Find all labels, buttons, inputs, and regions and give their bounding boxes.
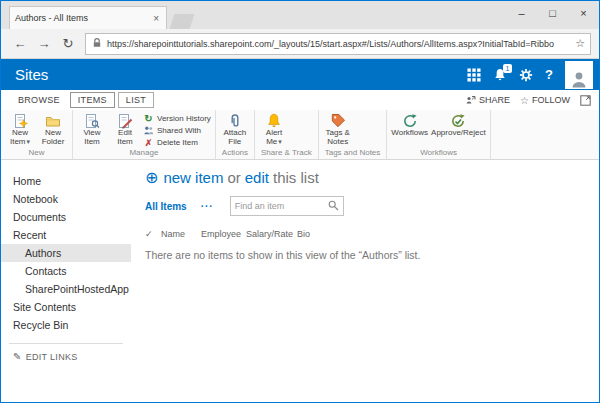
sidebar-item-notebook[interactable]: Notebook (1, 190, 131, 208)
view-item-button[interactable]: View Item (77, 111, 107, 146)
share-icon (465, 94, 476, 107)
group-label-share-track: Share & Track (259, 148, 314, 159)
sidebar-item-documents[interactable]: Documents (1, 208, 131, 226)
share-label: SHARE (479, 95, 510, 105)
minimize-button[interactable]: – (506, 1, 537, 24)
group-label-workflows: Workflows (391, 148, 485, 159)
alert-me-label: Alert Me▾ (259, 129, 289, 146)
search-input[interactable] (235, 201, 328, 211)
version-history-button[interactable]: ↻ Version History (143, 113, 211, 124)
sidebar-item-home[interactable]: Home (1, 172, 131, 190)
attach-file-icon (227, 112, 243, 129)
edit-item-icon (117, 112, 133, 129)
help-icon[interactable]: ? (545, 67, 553, 82)
follow-button[interactable]: ☆ FOLLOW (520, 95, 570, 106)
attach-file-label: Attach File (220, 129, 250, 146)
address-bar[interactable]: https://sharepointtutorials.sharepoint.c… (85, 33, 591, 55)
workflows-button[interactable]: Workflows (391, 111, 428, 138)
sidebar-item-authors[interactable]: Authors (1, 244, 131, 262)
edit-links-button[interactable]: ✎ EDIT LINKS (1, 351, 131, 362)
new-tab-button[interactable] (170, 14, 195, 29)
app-launcher-icon[interactable] (467, 68, 481, 82)
group-label-tags-notes: Tags and Notes (323, 148, 383, 159)
group-label-manage: Manage (77, 148, 211, 159)
refresh-icon[interactable]: ↻ (57, 36, 79, 51)
column-header-name[interactable]: Name (161, 229, 201, 239)
titlebar: Authors - All Items × – □ × (1, 1, 599, 29)
edit-links-label: EDIT LINKS (26, 352, 78, 362)
delete-item-icon: ✗ (143, 138, 154, 148)
select-all-check-icon[interactable]: ✓ (145, 229, 161, 239)
sidebar-item-contacts[interactable]: Contacts (1, 262, 131, 280)
back-icon[interactable]: ← (9, 36, 31, 51)
tab-title: Authors - All Items (15, 13, 147, 23)
delete-item-label: Delete Item (157, 138, 198, 147)
tab-browse[interactable]: BROWSE (11, 93, 67, 107)
new-item-link[interactable]: new item (163, 169, 223, 186)
ribbon-group-actions: Attach File Actions (216, 110, 255, 159)
new-item-button[interactable]: New Item▾ (5, 111, 35, 146)
edit-item-label: Edit Item (110, 129, 140, 146)
new-item-label: New Item▾ (5, 129, 35, 146)
new-folder-button[interactable]: New Folder (38, 111, 68, 146)
url-text: https://sharepointtutorials.sharepoint.c… (107, 39, 571, 49)
column-header-salary-rate[interactable]: Salary/Rate (246, 229, 297, 239)
alert-me-button[interactable]: Alert Me▾ (259, 111, 289, 146)
shared-with-icon (143, 125, 154, 136)
notifications-bell-icon[interactable]: 1 (493, 68, 507, 82)
ribbon-tab-bar: BROWSE ITEMS LIST SHARE ☆ FOLLOW (1, 90, 599, 110)
new-folder-icon (45, 112, 61, 129)
edit-list-link[interactable]: edit (245, 169, 269, 186)
avatar[interactable] (565, 61, 593, 89)
settings-gear-icon[interactable] (519, 68, 533, 82)
suite-bar-actions: 1 ? (467, 61, 599, 89)
focus-on-content-icon[interactable] (580, 95, 591, 106)
shared-with-button[interactable]: Shared With (143, 125, 211, 136)
view-all-items[interactable]: All Items (145, 201, 187, 212)
view-ellipsis-icon[interactable]: ··· (201, 201, 214, 212)
approve-reject-button[interactable]: Approve/Reject (431, 111, 486, 138)
tab-items[interactable]: ITEMS (70, 92, 115, 108)
tab-close-icon[interactable]: × (151, 13, 161, 24)
edit-item-button[interactable]: Edit Item (110, 111, 140, 146)
page-content: Home Notebook Documents Recent Authors C… (1, 160, 599, 402)
follow-label: FOLLOW (532, 95, 570, 105)
workflows-label: Workflows (391, 129, 428, 138)
close-button[interactable]: × (568, 1, 599, 24)
column-header-bio[interactable]: Bio (297, 229, 310, 239)
sidebar-item-site-contents[interactable]: Site Contents (1, 298, 131, 316)
version-history-label: Version History (157, 114, 211, 123)
workflows-icon (402, 112, 418, 129)
delete-item-button[interactable]: ✗ Delete Item (143, 137, 211, 148)
ribbon-tab-actions: SHARE ☆ FOLLOW (465, 94, 599, 107)
share-button[interactable]: SHARE (465, 94, 510, 107)
tags-notes-button[interactable]: Tags & Notes (323, 111, 353, 146)
ribbon: New Item▾ New Folder New View Item Edit … (1, 110, 599, 160)
new-item-icon (12, 112, 28, 129)
column-header-employee[interactable]: Employee (201, 229, 246, 239)
ribbon-group-manage: View Item Edit Item ↻ Version History Sh… (73, 110, 216, 159)
suite-title: Sites (15, 66, 48, 83)
tab-list[interactable]: LIST (118, 92, 154, 108)
ribbon-group-workflows: Workflows Approve/Reject Workflows (387, 110, 490, 159)
manage-small-buttons: ↻ Version History Shared With ✗ Delete I… (143, 111, 211, 148)
attach-file-button[interactable]: Attach File (220, 111, 250, 146)
empty-list-message: There are no items to show in this view … (145, 249, 589, 261)
group-label-actions: Actions (220, 148, 250, 159)
tags-notes-label: Tags & Notes (323, 129, 353, 146)
https-lock-icon (91, 37, 103, 51)
sidebar-divider (9, 343, 123, 344)
view-item-icon (84, 112, 100, 129)
sidebar-item-sharepointhostedapp[interactable]: SharePointHostedApp (1, 280, 131, 298)
sidebar-item-recycle-bin[interactable]: Recycle Bin (1, 316, 131, 334)
search-icon[interactable] (328, 200, 339, 213)
version-history-icon: ↻ (143, 113, 154, 124)
list-view-main: ⊕ new item or edit this list All Items ·… (131, 160, 599, 402)
ribbon-group-tags-notes: Tags & Notes Tags and Notes (319, 110, 388, 159)
column-header-row: ✓ Name Employee Salary/Rate Bio (145, 229, 589, 239)
forward-icon[interactable]: → (33, 36, 55, 51)
favorites-star-icon[interactable]: ☆ (575, 37, 585, 50)
maximize-button[interactable]: □ (537, 1, 568, 24)
window-controls: – □ × (506, 1, 599, 24)
browser-tab[interactable]: Authors - All Items × (9, 6, 167, 29)
